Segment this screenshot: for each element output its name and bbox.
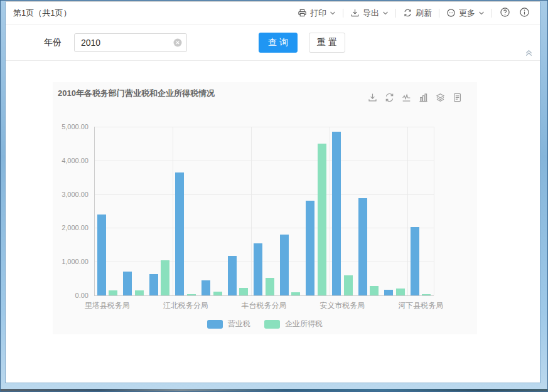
bar-chart-icon[interactable] xyxy=(418,92,429,103)
bar-企业所得税-2 xyxy=(161,260,169,295)
bar-营业税-11 xyxy=(384,290,393,295)
help-button[interactable] xyxy=(498,6,512,21)
y-axis-tick-label: 3,000.00 xyxy=(45,191,89,198)
line-chart-icon[interactable] xyxy=(401,92,412,103)
clear-input-icon[interactable] xyxy=(173,38,182,47)
restore-icon[interactable] xyxy=(384,92,395,103)
x-axis-tick-label: 里塔县税务局 xyxy=(73,300,142,311)
bar-营业税-10 xyxy=(358,198,367,295)
save-image-icon[interactable] xyxy=(367,92,378,103)
bar-企业所得税-8 xyxy=(318,144,326,295)
bar-企业所得税-6 xyxy=(266,278,274,296)
collapse-double-chevron-up-icon[interactable] xyxy=(524,48,534,58)
refresh-button[interactable]: 刷新 xyxy=(402,6,432,20)
print-button[interactable]: 打印 xyxy=(297,6,336,20)
printer-icon xyxy=(298,8,307,18)
download-icon xyxy=(350,8,360,18)
bar-营业税-0 xyxy=(97,215,106,295)
chart-title: 2010年各税务部门营业税和企业所得税情况 xyxy=(58,88,215,99)
app-window: 第1页（共1页） 打印 xyxy=(5,1,540,383)
x-axis-tick-label: 安义市税务局 xyxy=(308,300,377,311)
reset-button[interactable]: 重 置 xyxy=(309,33,345,53)
bar-营业税-3 xyxy=(175,172,184,295)
bar-企业所得税-12 xyxy=(422,294,431,295)
data-view-icon[interactable] xyxy=(452,92,463,103)
bar-营业税-6 xyxy=(254,243,262,295)
bar-企业所得税-1 xyxy=(135,290,144,295)
x-axis-tick-label: 丰台税务分局 xyxy=(230,300,299,311)
y-axis-tick-label: 5,000.00 xyxy=(45,123,89,130)
chevron-down-icon xyxy=(330,10,336,16)
bar-企业所得税-11 xyxy=(396,289,405,295)
bar-企业所得税-3 xyxy=(187,294,196,295)
info-button[interactable] xyxy=(518,6,531,21)
year-label: 年份 xyxy=(44,37,62,48)
bar-企业所得税-0 xyxy=(109,290,117,295)
bar-营业税-1 xyxy=(123,272,132,295)
bar-企业所得税-4 xyxy=(213,292,222,295)
chart-panel: 2010年各税务部门营业税和企业所得税情况 xyxy=(53,82,477,334)
top-toolbar: 第1页（共1页） 打印 xyxy=(6,2,540,24)
y-axis-tick-label: 1,000.00 xyxy=(45,258,89,265)
chevron-down-icon xyxy=(382,10,389,16)
toolbar-divider xyxy=(343,9,343,18)
bar-chart-plot-area: 0.001,000.002,000.003,000.004,000.005,00… xyxy=(94,127,434,295)
legend-item-营业税[interactable]: 营业税 xyxy=(207,319,250,329)
bar-企业所得税-7 xyxy=(291,292,300,295)
legend-swatch xyxy=(207,320,223,329)
legend-swatch xyxy=(264,320,280,329)
ellipsis-circle-icon xyxy=(446,8,456,18)
chevron-down-icon xyxy=(478,10,485,16)
bar-营业税-7 xyxy=(280,235,289,295)
toolbar-divider xyxy=(395,9,396,18)
help-circle-icon xyxy=(500,7,510,19)
bar-营业税-8 xyxy=(306,201,314,295)
more-button[interactable]: 更多 xyxy=(446,6,485,20)
stack-icon[interactable] xyxy=(435,92,446,103)
y-axis-tick-label: 0.00 xyxy=(45,292,89,299)
legend-label: 企业所得税 xyxy=(285,319,323,329)
taskbar-sliver xyxy=(1,389,547,391)
year-input[interactable] xyxy=(74,33,187,52)
bar-企业所得税-5 xyxy=(239,288,248,295)
pagination-text: 第1页（共1页） xyxy=(13,8,71,19)
report-content: 2010年各税务部门营业税和企业所得税情况 xyxy=(6,82,540,334)
bar-企业所得税-9 xyxy=(344,275,353,295)
query-form: 年份 查 询 重 置 xyxy=(6,24,540,61)
x-axis-tick-label: 江北税务分局 xyxy=(151,300,220,311)
refresh-icon xyxy=(403,8,412,18)
chart-toolbox xyxy=(367,92,463,103)
legend-item-企业所得税[interactable]: 企业所得税 xyxy=(264,319,323,329)
y-axis-tick-label: 4,000.00 xyxy=(45,157,89,164)
bar-营业税-5 xyxy=(228,256,237,295)
legend-label: 营业税 xyxy=(228,319,250,329)
bar-营业税-12 xyxy=(411,227,419,295)
bar-企业所得税-10 xyxy=(370,286,379,295)
y-axis-tick-label: 2,000.00 xyxy=(45,224,89,231)
x-axis-tick-label: 河下县税务局 xyxy=(386,300,455,311)
bar-营业税-4 xyxy=(201,280,210,295)
export-button[interactable]: 导出 xyxy=(350,6,389,20)
info-circle-icon xyxy=(519,7,530,19)
toolbar-actions: 打印 导出 xyxy=(297,6,531,21)
query-button[interactable]: 查 询 xyxy=(259,33,298,53)
year-input-wrap xyxy=(74,33,187,52)
chart-legend: 营业税企业所得税 xyxy=(53,319,477,329)
toolbar-divider xyxy=(492,9,492,18)
bar-营业税-2 xyxy=(149,274,158,295)
toolbar-divider xyxy=(439,9,439,18)
desktop-window-frame: 第1页（共1页） 打印 xyxy=(0,0,548,392)
bar-营业税-9 xyxy=(332,132,341,295)
